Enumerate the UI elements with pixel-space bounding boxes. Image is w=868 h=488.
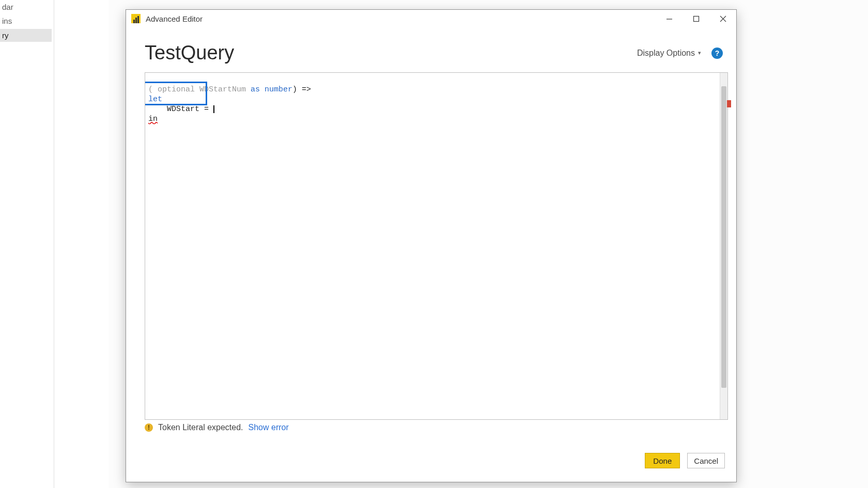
code-type: number xyxy=(260,85,292,94)
maximize-button[interactable] xyxy=(683,10,709,27)
app-icon xyxy=(131,14,141,23)
code-keyword: as xyxy=(251,85,260,94)
close-button[interactable] xyxy=(709,10,736,27)
titlebar: Advanced Editor xyxy=(126,10,736,27)
footer-buttons: Done Cancel xyxy=(126,434,736,482)
status-message: Token Literal expected. xyxy=(158,423,243,432)
text-caret xyxy=(213,105,214,113)
code-keyword: let xyxy=(148,95,162,104)
code-editor[interactable]: ( optional WDStartNum as number) => let … xyxy=(145,72,728,420)
scrollbar-error-marker[interactable] xyxy=(727,100,731,107)
window-title: Advanced Editor xyxy=(146,14,203,23)
window-controls xyxy=(656,10,736,27)
code-token: = xyxy=(199,105,213,114)
chevron-down-icon: ▾ xyxy=(698,50,701,56)
display-options-dropdown[interactable]: Display Options ▾ xyxy=(637,49,701,58)
code-ident: WDStart xyxy=(167,105,199,114)
query-list-item[interactable]: dar xyxy=(0,1,52,13)
code-error-token: in xyxy=(148,115,158,123)
code-ident: WDStartNum xyxy=(195,85,251,94)
show-error-link[interactable]: Show error xyxy=(249,423,289,432)
scrollbar-vertical[interactable] xyxy=(720,73,727,419)
code-keyword: optional xyxy=(158,85,195,94)
cancel-button[interactable]: Cancel xyxy=(687,453,725,468)
minimize-button[interactable] xyxy=(656,10,683,27)
query-list-item[interactable]: ins xyxy=(0,14,52,27)
scrollbar-thumb[interactable] xyxy=(721,86,726,388)
header-row: TestQuery Display Options ▾ ? xyxy=(126,27,736,72)
status-bar: ! Token Literal expected. Show error xyxy=(126,420,736,434)
queries-panel-bg xyxy=(0,0,109,488)
display-options-label: Display Options xyxy=(637,49,695,58)
code-indent xyxy=(148,105,167,114)
code-content[interactable]: ( optional WDStartNum as number) => let … xyxy=(145,73,720,419)
query-title[interactable]: TestQuery xyxy=(145,42,637,64)
code-token: ( xyxy=(148,85,158,94)
code-token: ) => xyxy=(292,85,311,94)
warning-icon: ! xyxy=(145,423,153,432)
query-list-item-selected[interactable]: ry xyxy=(0,29,52,42)
svg-rect-1 xyxy=(693,16,699,21)
done-button[interactable]: Done xyxy=(645,453,680,468)
panel-divider xyxy=(54,0,54,488)
advanced-editor-window: Advanced Editor TestQuery Display Option… xyxy=(126,9,737,482)
help-icon[interactable]: ? xyxy=(711,48,723,59)
